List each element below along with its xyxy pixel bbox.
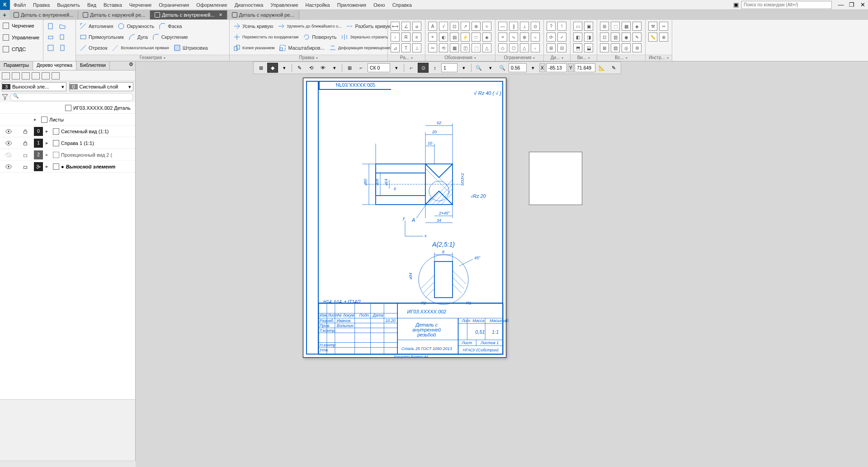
tool-icon[interactable]: ⊠ — [600, 43, 609, 52]
mirror-button[interactable]: Зеркально отразить — [339, 33, 390, 42]
tool-icon[interactable]: ✎ — [632, 33, 642, 42]
constr-icon[interactable]: = — [498, 33, 507, 42]
eye-icon[interactable] — [5, 164, 12, 169]
zoom-field[interactable]: 0.56 — [509, 63, 527, 72]
menu-select[interactable]: Выделить — [53, 1, 84, 9]
menu-settings[interactable]: Настройка — [302, 1, 334, 9]
constr-icon[interactable]: △ — [520, 43, 529, 52]
dim-icon[interactable]: ↕ — [391, 33, 400, 42]
open-button[interactable] — [57, 22, 68, 31]
tool-icon[interactable]: ◨ — [584, 33, 593, 42]
panel-tool-icon[interactable] — [12, 72, 20, 79]
tool-icon[interactable]: ✂ — [659, 22, 668, 31]
x-field[interactable]: -85.13 — [546, 63, 567, 72]
annot-icon[interactable]: ▦ — [450, 43, 459, 52]
tool-icon[interactable]: ⬚ — [611, 22, 620, 31]
constr-icon[interactable]: ∿ — [509, 33, 518, 42]
tree-search-input[interactable]: 🔍 — [10, 93, 133, 101]
menu-edit[interactable]: Правка — [29, 1, 53, 9]
maximize-button[interactable]: ❐ — [846, 0, 857, 9]
tool-icon[interactable]: ▥ — [611, 33, 620, 42]
tree-root[interactable]: ИГ03.XXXXX.002 Деталь — [0, 102, 135, 114]
dim-icon[interactable]: ⊥ — [412, 43, 421, 52]
tab-close-icon[interactable]: × — [219, 12, 222, 18]
tb-dropdown[interactable]: ▾ — [391, 63, 402, 73]
constr-icon[interactable]: ◇ — [498, 43, 507, 52]
menu-file[interactable]: Файл — [10, 1, 29, 9]
segment-button[interactable]: Отрезок — [78, 43, 109, 52]
view-select[interactable]: 3Выносной эле...▾ — [2, 82, 66, 91]
save-button[interactable] — [45, 43, 56, 52]
rotate-button[interactable]: Повернуть — [301, 33, 338, 42]
minimize-button[interactable]: — — [835, 0, 846, 9]
constr-icon[interactable]: ⊗ — [520, 33, 529, 42]
tb-dropdown[interactable]: ▾ — [329, 63, 340, 73]
print-button[interactable] — [45, 33, 56, 42]
tool-icon[interactable]: ⊡ — [600, 33, 609, 42]
tb-icon[interactable]: ⊞ — [255, 63, 266, 73]
new-doc-button[interactable] — [45, 22, 56, 31]
tab-tree[interactable]: Дерево чертежа — [33, 61, 76, 70]
doc-tab-0[interactable]: Деталь с внутренней... — [9, 10, 78, 19]
annot-icon[interactable]: ▤ — [450, 33, 459, 42]
tb-dropdown[interactable]: ▾ — [528, 63, 538, 73]
annot-icon[interactable]: ⊡ — [450, 22, 459, 31]
annot-icon[interactable]: ◈ — [482, 33, 491, 42]
tb-dropdown[interactable]: ▾ — [458, 63, 469, 73]
constr-icon[interactable]: ⬡ — [509, 43, 518, 52]
tb-icon[interactable]: ⟲ — [306, 63, 316, 73]
dim-icon[interactable]: ⌀ — [412, 22, 421, 31]
tool-icon[interactable]: ▧ — [611, 43, 620, 52]
mode-manage[interactable]: Управление — [0, 32, 43, 43]
annot-icon[interactable]: ⟲ — [439, 43, 448, 52]
lock-icon[interactable] — [22, 152, 28, 158]
annot-icon[interactable]: A — [428, 22, 437, 31]
menu-format[interactable]: Оформление — [193, 1, 231, 9]
tool-icon[interactable]: ⟳ — [547, 33, 556, 42]
menu-window[interactable]: Окно — [370, 1, 389, 9]
panel-tool-icon[interactable] — [2, 72, 10, 79]
circle-button[interactable]: Окружность — [116, 22, 156, 31]
ortho-icon[interactable]: ⌐ — [406, 63, 417, 73]
scale-field[interactable]: 1 — [441, 63, 458, 72]
deform-button[interactable]: Деформация перемещением — [327, 43, 395, 52]
annot-icon[interactable]: ≈ — [482, 22, 491, 31]
tool-icon[interactable]: ! — [557, 22, 566, 31]
tool-icon[interactable]: ⊟ — [557, 43, 566, 52]
dim-icon[interactable]: ⟷ — [391, 22, 400, 31]
expand-icon[interactable]: ▸ — [46, 128, 51, 134]
eye-off-icon[interactable] — [5, 152, 12, 158]
annot-icon[interactable]: ◐ — [439, 33, 448, 42]
mode-spds[interactable]: СПДС — [0, 43, 43, 55]
dim-icon[interactable]: ∠ — [401, 22, 410, 31]
tool-icon[interactable]: 📏 — [648, 33, 657, 42]
tool-icon[interactable]: ⬓ — [584, 43, 593, 52]
tab-params[interactable]: Параметры — [0, 61, 33, 70]
tool-icon[interactable]: ◎ — [622, 43, 631, 52]
constr-icon[interactable]: — — [498, 22, 507, 31]
constr-icon[interactable]: ⬨ — [531, 43, 540, 52]
menu-manage[interactable]: Управление — [267, 1, 302, 9]
menu-insert[interactable]: Вставка — [100, 1, 126, 9]
move-button[interactable]: Переместить по координатам — [231, 33, 300, 42]
doc-tab-2[interactable]: Деталь с внутренней...× — [150, 10, 227, 19]
annot-icon[interactable]: ↗ — [461, 22, 470, 31]
tool-icon[interactable]: ▣ — [584, 22, 593, 31]
gear-icon[interactable]: ⚙ — [127, 61, 135, 70]
tb-icon[interactable]: 👁 — [317, 63, 328, 73]
menu-diag[interactable]: Диагностика — [231, 1, 267, 9]
annot-icon[interactable]: △ — [482, 43, 491, 52]
tb-dropdown[interactable]: ▾ — [485, 63, 496, 73]
extend-button[interactable]: Удлинить до ближайшего о... — [276, 22, 343, 31]
snap-icon[interactable]: ⊙ — [418, 63, 429, 73]
tool-icon[interactable]: ? — [547, 22, 556, 31]
tb-icon[interactable]: ✎ — [294, 63, 305, 73]
lock-icon[interactable] — [22, 129, 28, 134]
menu-draw[interactable]: Черчение — [126, 1, 156, 9]
tool-icon[interactable]: ◉ — [622, 33, 631, 42]
menu-help[interactable]: Справка — [389, 1, 415, 9]
dim-icon[interactable]: T — [401, 43, 410, 52]
tool-icon[interactable]: ⬒ — [573, 43, 582, 52]
constr-icon[interactable]: ⟐ — [531, 33, 540, 42]
dim-icon[interactable]: ≡ — [412, 33, 421, 42]
